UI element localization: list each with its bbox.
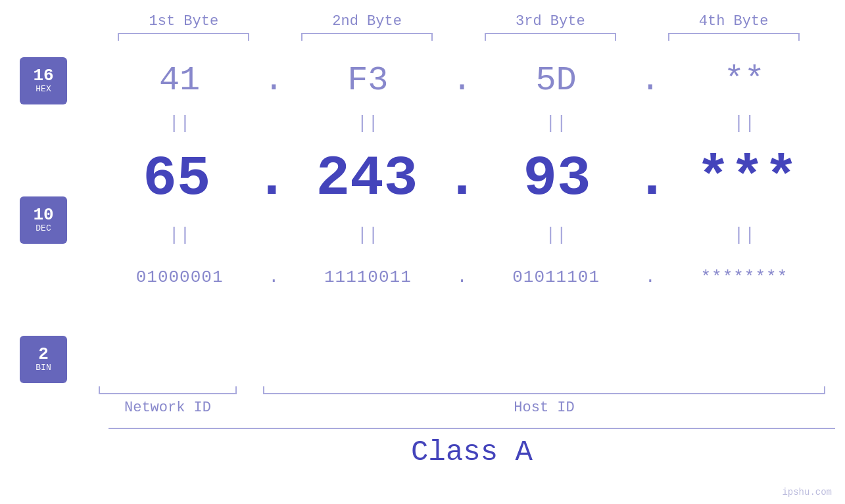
class-label: Class A <box>411 436 533 469</box>
hex-badge-num: 16 <box>33 67 53 84</box>
dec-b1: 65 <box>99 147 255 211</box>
byte3-header: 3rd Byte <box>485 13 616 30</box>
hex-badge: 16 HEX <box>20 57 67 104</box>
base-badges: 16 HEX 10 DEC 2 BIN <box>20 51 99 383</box>
sep1-b2: || <box>287 113 448 133</box>
bracket-byte2 <box>301 33 433 41</box>
sep1-b1: || <box>99 113 260 133</box>
bin-b4: ******** <box>664 267 825 287</box>
dot-spacer-2 <box>237 400 263 416</box>
main-container: 1st Byte 2nd Byte 3rd Byte 4th Byte 16 H… <box>0 0 845 504</box>
bin-b2: 11110011 <box>287 267 448 287</box>
bracket-byte4 <box>668 33 800 41</box>
bin-badge-label: BIN <box>36 363 51 373</box>
hex-dot1: . <box>260 61 287 100</box>
hex-b3: 5D <box>475 61 637 100</box>
sep1-b3: || <box>475 113 637 133</box>
hex-b4: ** <box>664 61 825 100</box>
sep2-b2: || <box>287 225 448 245</box>
sep2-b3: || <box>475 225 637 245</box>
bin-row: 01000001 . 11110011 . 01011101 . <box>99 248 825 307</box>
bin-b3: 01011101 <box>475 267 637 287</box>
dec-dot3: . <box>635 147 669 211</box>
byte1-header: 1st Byte <box>118 13 249 30</box>
hex-badge-label: HEX <box>36 84 51 95</box>
dot-spacer-1 <box>237 386 263 394</box>
sep2-b1: || <box>99 225 260 245</box>
byte2-header: 2nd Byte <box>301 13 433 30</box>
bin-badge-num: 2 <box>38 346 49 363</box>
network-bracket <box>99 386 237 394</box>
dec-badge-num: 10 <box>33 206 53 223</box>
dec-b2: 243 <box>289 147 445 211</box>
top-bracket-row <box>0 33 845 41</box>
bracket-byte1 <box>118 33 249 41</box>
dec-badge: 10 DEC <box>20 196 67 244</box>
dec-dot1: . <box>255 147 289 211</box>
byte-headers: 1st Byte 2nd Byte 3rd Byte 4th Byte <box>0 0 845 30</box>
sep-row-1: || || || || <box>99 110 825 136</box>
sep2-b4: || <box>664 225 825 245</box>
hex-b2: F3 <box>287 61 448 100</box>
bin-dot2: . <box>449 267 475 287</box>
watermark: ipshu.com <box>782 487 832 497</box>
bottom-bracket-row <box>0 386 845 394</box>
host-id-label: Host ID <box>263 400 825 416</box>
class-section: Class A <box>109 428 835 469</box>
bin-dot1: . <box>260 267 287 287</box>
bin-b1: 01000001 <box>99 267 260 287</box>
dec-b4: *** <box>669 147 825 211</box>
byte4-header: 4th Byte <box>668 13 800 30</box>
hex-dot3: . <box>637 61 664 100</box>
hex-row: 41 . F3 . 5D . ** <box>99 51 825 110</box>
sep-row-2: || || || || <box>99 221 825 248</box>
bottom-labels: Network ID Host ID <box>0 400 845 416</box>
content-area: 16 HEX 10 DEC 2 BIN 41 . <box>0 51 845 383</box>
bin-badge: 2 BIN <box>20 336 67 383</box>
dec-dot2: . <box>445 147 479 211</box>
dec-row: 65 . 243 . 93 . *** <box>99 136 825 221</box>
data-grid: 41 . F3 . 5D . ** <box>99 51 825 383</box>
sep1-b4: || <box>664 113 825 133</box>
host-bracket <box>263 386 825 394</box>
bracket-byte3 <box>485 33 616 41</box>
hex-dot2: . <box>449 61 475 100</box>
bin-dot3: . <box>637 267 664 287</box>
network-id-label: Network ID <box>99 400 237 416</box>
hex-b1: 41 <box>99 61 260 100</box>
dec-badge-label: DEC <box>36 223 51 234</box>
dec-b3: 93 <box>479 147 635 211</box>
class-bracket-line <box>109 428 835 429</box>
